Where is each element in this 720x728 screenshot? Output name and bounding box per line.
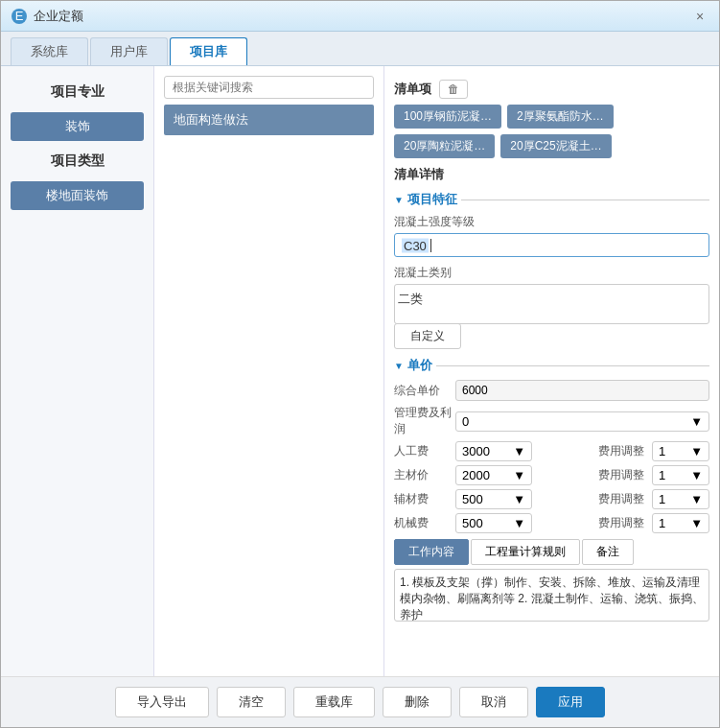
adj-label-3: 费用调整	[598, 515, 644, 531]
fee-select-3[interactable]: 500 ▼	[455, 513, 532, 533]
features-arrow: ▼	[394, 195, 404, 205]
title-bar: E 企业定额 ×	[1, 1, 719, 32]
tab-bar: 系统库 用户库 项目库	[1, 32, 719, 66]
adj-select-2[interactable]: 1 ▼	[652, 489, 709, 509]
fee-row-0: 人工费 3000 ▼ 费用调整 1 ▼	[394, 441, 709, 461]
qingdan-detail-label: 清单详情	[394, 166, 709, 183]
tag-2[interactable]: 20厚陶粒泥凝…	[394, 134, 495, 158]
search-row	[164, 76, 374, 99]
tag-1[interactable]: 2厚聚氨酯防水…	[507, 105, 614, 129]
apply-button[interactable]: 应用	[536, 687, 605, 717]
zhonghe-label: 综合单价	[394, 383, 452, 399]
tab-project[interactable]: 项目库	[170, 37, 247, 65]
unit-price-section: ▼ 单价 综合单价 管理费及利润	[394, 357, 709, 622]
fee-row-3: 机械费 500 ▼ 费用调整 1 ▼	[394, 513, 709, 533]
cancel-button[interactable]: 取消	[459, 687, 528, 717]
reload-button[interactable]: 重载库	[293, 687, 375, 717]
bottom-bar: 导入导出 清空 重载库 删除 取消 应用	[1, 676, 719, 727]
features-header: ▼ 项目特征	[394, 191, 709, 208]
guanli-row: 管理费及利润 0 ▼	[394, 405, 709, 437]
custom-button[interactable]: 自定义	[394, 323, 461, 349]
app-icon: E	[11, 8, 28, 25]
list-item[interactable]: 地面构造做法	[164, 105, 374, 135]
inner-tabs: 工作内容 工程量计算规则 备注	[394, 539, 709, 565]
unit-header: ▼ 单价	[394, 357, 709, 374]
fee-select-2[interactable]: 500 ▼	[455, 489, 532, 509]
qingdan-label: 清单项	[394, 81, 431, 98]
fee-label-3: 机械费	[394, 515, 452, 531]
inner-tab-2[interactable]: 备注	[582, 539, 634, 565]
fee-select-1[interactable]: 2000 ▼	[455, 465, 532, 485]
tag-0[interactable]: 100厚钢筋泥凝…	[394, 105, 501, 129]
adj-select-0[interactable]: 1 ▼	[652, 441, 709, 461]
delete-button[interactable]: 删除	[383, 687, 452, 717]
fee-label-1: 主材价	[394, 467, 452, 483]
tab-system[interactable]: 系统库	[11, 37, 88, 65]
qingdan-header: 清单项 🗑	[394, 80, 709, 99]
section-title-type: 项目类型	[1, 145, 153, 177]
adj-label-2: 费用调整	[598, 491, 644, 507]
tab-user[interactable]: 用户库	[90, 37, 168, 65]
unit-label: 单价	[407, 357, 432, 374]
concrete-value-selected: C30	[402, 238, 429, 252]
main-content: 项目专业 装饰 项目类型 楼地面装饰 地面构造做法 清	[1, 66, 719, 676]
features-label: 项目特征	[407, 191, 457, 208]
floor-decoration-button[interactable]: 楼地面装饰	[11, 181, 144, 210]
fee-label-0: 人工费	[394, 443, 452, 459]
main-window: E 企业定额 × 系统库 用户库 项目库 项目专业 装饰 项目类型 楼地面装饰	[0, 0, 720, 728]
fee-row-1: 主材价 2000 ▼ 费用调整 1 ▼	[394, 465, 709, 485]
inner-tab-0[interactable]: 工作内容	[394, 539, 469, 565]
zhonghe-input[interactable]	[455, 380, 709, 401]
adj-select-3[interactable]: 1 ▼	[652, 513, 709, 533]
guanli-value: 0	[462, 414, 469, 429]
guanli-arrow: ▼	[690, 414, 703, 429]
adj-select-1[interactable]: 1 ▼	[652, 465, 709, 485]
adj-label-0: 费用调整	[598, 443, 644, 459]
concrete-type-textarea[interactable]	[394, 284, 709, 324]
section-title-profession: 项目专业	[1, 76, 153, 108]
close-button[interactable]: ×	[690, 7, 709, 26]
decoration-button[interactable]: 装饰	[11, 112, 144, 141]
work-content-area: 1. 模板及支架（撑）制作、安装、拆除、堆放、运输及清理模内杂物、刷隔离剂等 2…	[394, 569, 709, 622]
inner-tab-1[interactable]: 工程量计算规则	[471, 539, 580, 565]
search-input[interactable]	[164, 76, 374, 99]
adj-label-1: 费用调整	[598, 467, 644, 483]
left-panel: 项目专业 装饰 项目类型 楼地面装饰	[1, 66, 154, 676]
trash-button[interactable]: 🗑	[439, 80, 468, 99]
tag-3[interactable]: 20厚C25泥凝土…	[500, 134, 611, 158]
concrete-type-label: 混凝土类别	[394, 265, 709, 281]
clear-button[interactable]: 清空	[217, 687, 286, 717]
import-export-button[interactable]: 导入导出	[115, 687, 209, 717]
zhonghe-row: 综合单价	[394, 380, 709, 401]
svg-text:E: E	[15, 9, 24, 23]
window-title: 企业定额	[34, 8, 690, 25]
guanli-select[interactable]: 0 ▼	[455, 411, 709, 432]
fee-row-2: 辅材费 500 ▼ 费用调整 1 ▼	[394, 489, 709, 509]
guanli-label: 管理费及利润	[394, 405, 452, 437]
concrete-strength-label: 混凝土强度等级	[394, 214, 709, 230]
qingdan-tags: 100厚钢筋泥凝… 2厚聚氨酯防水… 20厚陶粒泥凝… 20厚C25泥凝土…	[394, 105, 709, 158]
fee-select-0[interactable]: 3000 ▼	[455, 441, 532, 461]
concrete-strength-input[interactable]	[394, 233, 709, 257]
fee-label-2: 辅材费	[394, 491, 452, 507]
cursor	[430, 239, 431, 252]
fee-rows: 人工费 3000 ▼ 费用调整 1 ▼	[394, 441, 709, 533]
unit-arrow: ▼	[394, 361, 404, 371]
